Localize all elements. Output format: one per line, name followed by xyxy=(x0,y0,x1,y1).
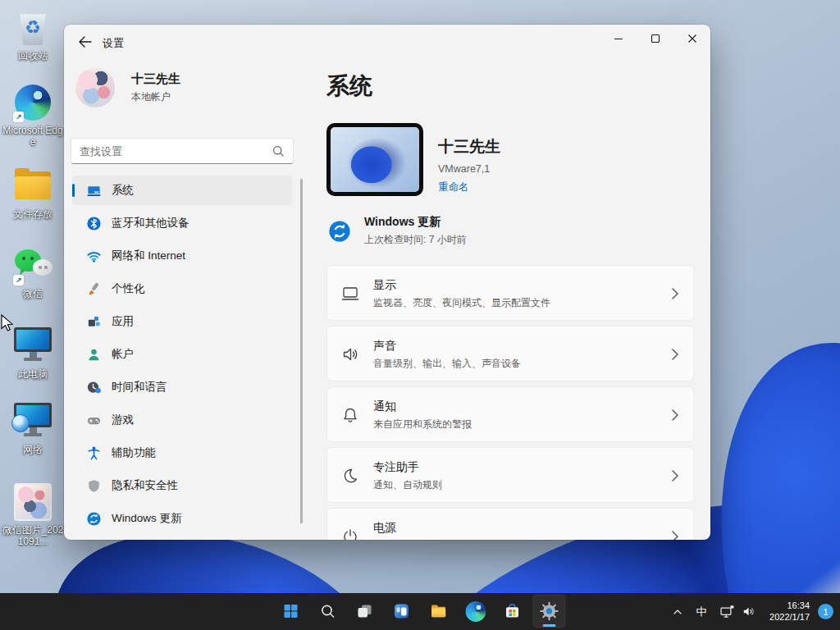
nav-label: 蓝牙和其他设备 xyxy=(112,216,189,231)
shortcut-arrow-icon: ↗ xyxy=(16,276,22,285)
store-icon xyxy=(503,601,523,621)
desktop-icon-wechat[interactable]: ↗ 微信 xyxy=(2,246,64,299)
active-app-indicator xyxy=(543,624,556,627)
system-tray: 中 16:34 2022/1/17 1 xyxy=(666,593,838,630)
profile-account-type: 本地帐户 xyxy=(131,90,180,104)
avatar xyxy=(75,68,115,107)
nav-label: 隐私和安全性 xyxy=(112,478,178,493)
chevron-up-icon xyxy=(671,605,684,619)
windows-update-banner[interactable]: Windows 更新 上次检查时间: 7 小时前 xyxy=(328,215,467,247)
shield-icon xyxy=(85,477,102,494)
wechat-icon: ↗ xyxy=(13,246,52,285)
task-view-button[interactable] xyxy=(349,595,381,628)
nav-item-accessibility[interactable]: 辅助功能 xyxy=(72,438,292,468)
nav-item-windows-update[interactable]: Windows 更新 xyxy=(72,504,292,533)
nav-label: 应用 xyxy=(112,314,134,329)
desktop-icon-label: 此电脑 xyxy=(18,368,48,380)
settings-nav: 系统 蓝牙和其他设备 网络和 Internet 个性化 应用 xyxy=(72,176,292,536)
card-subtitle: 音量级别、输出、输入、声音设备 xyxy=(373,357,521,371)
brush-icon xyxy=(85,281,102,297)
task-view-icon xyxy=(355,601,375,621)
gamepad-icon xyxy=(85,412,102,428)
nav-item-personalization[interactable]: 个性化 xyxy=(72,274,292,304)
nav-item-apps[interactable]: 应用 xyxy=(72,307,292,336)
nav-item-gaming[interactable]: 游戏 xyxy=(72,405,292,435)
card-power[interactable]: 电源 睡眠、电池使用情况、节电模式 xyxy=(326,508,694,540)
desktop-icon-edge[interactable]: ↗ Microsoft Edge xyxy=(2,83,64,148)
nav-label: Windows 更新 xyxy=(112,511,182,526)
device-thumbnail xyxy=(326,123,423,196)
settings-button[interactable] xyxy=(533,595,566,628)
card-title: 显示 xyxy=(373,278,396,293)
gear-icon xyxy=(539,600,560,622)
desktop-icon-image-file[interactable]: 微信图片_2021091... xyxy=(2,482,64,547)
search-icon xyxy=(272,145,285,158)
desktop-icon-folder[interactable]: 文件存放 xyxy=(2,167,64,220)
desktop-icon-label: 回收站 xyxy=(18,50,48,62)
clock[interactable]: 16:34 2022/1/17 xyxy=(763,596,816,628)
network-volume-button[interactable] xyxy=(714,596,763,628)
image-file-icon xyxy=(13,482,52,522)
back-button[interactable] xyxy=(71,30,98,54)
chevron-right-icon xyxy=(669,528,682,540)
nav-item-time-language[interactable]: 时间和语言 xyxy=(72,372,292,402)
settings-search-box[interactable] xyxy=(71,138,294,164)
start-button[interactable] xyxy=(275,595,308,628)
ime-label: 中 xyxy=(696,605,707,619)
card-focus-assist[interactable]: 专注助手 通知、自动规则 xyxy=(326,447,694,503)
widgets-icon xyxy=(392,601,412,621)
clock-icon xyxy=(85,379,102,395)
recycle-bin-icon: ♻ xyxy=(13,8,52,48)
edge-button[interactable] xyxy=(459,595,492,628)
card-title: 电源 xyxy=(373,521,396,536)
wifi-icon xyxy=(85,248,102,264)
card-title: 通知 xyxy=(373,399,396,414)
sound-icon xyxy=(340,345,360,364)
bell-icon xyxy=(340,405,360,425)
moon-icon xyxy=(340,466,360,486)
file-explorer-button[interactable] xyxy=(422,595,455,628)
card-title: 专注助手 xyxy=(373,460,419,475)
card-sound[interactable]: 声音 音量级别、输出、输入、声音设备 xyxy=(326,326,694,381)
nav-item-network-internet[interactable]: 网络和 Internet xyxy=(72,241,292,271)
store-button[interactable] xyxy=(496,595,529,628)
nav-item-accounts[interactable]: 帐户 xyxy=(72,340,292,369)
nav-item-privacy-security[interactable]: 隐私和安全性 xyxy=(72,471,292,500)
desktop-icon-recycle-bin[interactable]: ♻ 回收站 xyxy=(2,8,64,62)
window-title: 设置 xyxy=(103,36,124,51)
desktop-icon-label: 微信图片_2021091... xyxy=(2,524,64,547)
user-profile[interactable]: 十三先生 本地帐户 xyxy=(75,68,180,107)
widgets-button[interactable] xyxy=(386,595,418,628)
desktop-icon-label: Microsoft Edge xyxy=(2,125,64,148)
system-page: 系统 十三先生 VMware7,1 重命名 Windows 更新 上次检查时间:… xyxy=(326,25,694,540)
nav-label: 时间和语言 xyxy=(112,380,167,395)
desktop-icon-network[interactable]: 网络 xyxy=(2,402,64,455)
search-input[interactable] xyxy=(71,145,272,158)
nav-item-system[interactable]: 系统 xyxy=(72,176,292,205)
card-notifications[interactable]: 通知 来自应用和系统的警报 xyxy=(326,386,694,442)
chevron-right-icon xyxy=(669,346,682,366)
mouse-cursor xyxy=(0,314,15,336)
apps-icon xyxy=(85,313,102,330)
nav-label: 个性化 xyxy=(112,281,145,296)
nav-label: 游戏 xyxy=(112,413,134,427)
ime-indicator[interactable]: 中 xyxy=(689,596,714,628)
update-title: Windows 更新 xyxy=(364,215,467,230)
page-title: 系统 xyxy=(326,71,372,102)
tray-overflow-button[interactable] xyxy=(666,596,689,628)
card-display[interactable]: 显示 监视器、亮度、夜间模式、显示配置文件 xyxy=(326,265,694,321)
rename-link[interactable]: 重命名 xyxy=(438,180,500,194)
nav-label: 系统 xyxy=(112,183,134,198)
nav-label: 网络和 Internet xyxy=(112,249,185,263)
settings-cards: 显示 监视器、亮度、夜间模式、显示配置文件 声音 音量级别、输出、输入、声音设备 xyxy=(326,265,694,540)
tray-time: 16:34 xyxy=(787,600,810,611)
notification-badge[interactable]: 1 xyxy=(818,604,833,619)
network-icon xyxy=(13,402,52,441)
sidebar-scrollbar[interactable] xyxy=(300,179,303,523)
card-subtitle: 来自应用和系统的警报 xyxy=(373,418,472,431)
search-button[interactable] xyxy=(312,595,345,628)
folder-icon xyxy=(13,167,52,206)
volume-icon xyxy=(741,603,758,620)
this-pc-icon xyxy=(13,326,52,366)
nav-item-bluetooth-devices[interactable]: 蓝牙和其他设备 xyxy=(72,208,292,238)
